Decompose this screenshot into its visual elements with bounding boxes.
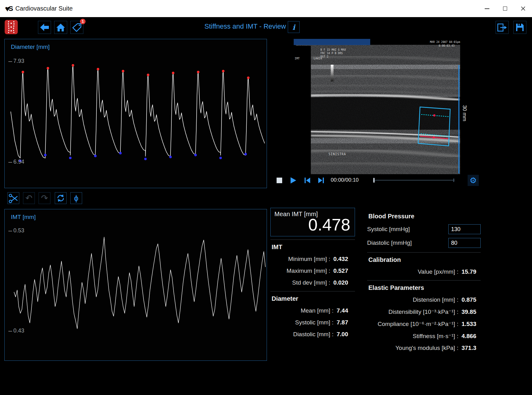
stat-label: Mean [mm] : <box>301 307 334 314</box>
diastolic-input[interactable] <box>448 238 481 248</box>
diameter-y-min-label: 6.94 <box>8 159 24 165</box>
info-icon: i <box>292 23 295 31</box>
close-button[interactable] <box>514 0 532 17</box>
playback-time: 00:00/00:10 <box>331 177 359 183</box>
seek-track[interactable] <box>373 180 455 181</box>
stat-row-compliance: Compliance [10⁻⁶·m⁻²·kPa⁻¹] : 1.533 <box>367 318 481 330</box>
diameter-plot[interactable] <box>5 39 267 188</box>
stat-label: Minimum [mm] : <box>288 256 330 263</box>
export-icon <box>497 22 507 32</box>
stat-row-imt-max: Maximum [mm] : 0.527 <box>270 265 355 277</box>
stat-row-distension: Distension [mm] : 0.875 <box>367 294 481 306</box>
maximize-icon <box>503 7 507 11</box>
cut-selection-button[interactable] <box>7 192 19 204</box>
ultrasound-video[interactable]: MAR 24 2007 04:01pm 0:00:03.43 B F 15 MH… <box>294 39 460 174</box>
blood-pressure-header: Blood Pressure <box>367 211 481 222</box>
seek-end-tick <box>453 179 454 182</box>
stats-right-column: Blood Pressure Systolic [mmHg] Diastolic… <box>367 209 481 356</box>
seek-thumb[interactable] <box>373 178 375 183</box>
stat-row-diam-mean: Mean [mm] : 7.44 <box>270 305 355 317</box>
stop-icon <box>276 177 283 184</box>
maximize-button[interactable] <box>496 0 514 17</box>
us-header-highlight <box>294 39 370 45</box>
app-window: ♥ S Cardiovascular Suite <box>0 0 532 395</box>
step-forward-icon <box>317 177 325 184</box>
undo-button[interactable]: ↶ <box>23 192 35 204</box>
app-logo-icon <box>4 20 18 35</box>
step-back-icon <box>304 177 311 184</box>
app-logo-letter: S <box>8 5 13 13</box>
stat-value: 0.527 <box>333 267 348 274</box>
playback-controls: 00:00/00:10 ⚙ <box>270 174 481 187</box>
annotation-count-badge: 1 <box>80 19 86 24</box>
step-back-button[interactable] <box>302 175 313 185</box>
elastic-parameters-section: Elastic Parameters Distension [mm] : 0.8… <box>367 280 481 356</box>
step-forward-button[interactable] <box>316 175 326 185</box>
minimize-button[interactable] <box>478 0 496 17</box>
stat-value: 39.85 <box>461 309 476 315</box>
diameter-chart-panel: Diameter [mm] 7.93 6.94 <box>4 39 267 188</box>
stat-row-imt-min: Minimum [mm] : 0.432 <box>270 253 355 265</box>
video-settings-button[interactable]: ⚙ <box>468 175 479 186</box>
undo-icon: ↶ <box>26 194 33 202</box>
stat-value: 0.432 <box>333 256 348 263</box>
stat-label: Std dev [mm] : <box>292 279 330 286</box>
mean-imt-box: Mean IMT [mm] 0.478 <box>270 208 355 236</box>
stat-value: 15.79 <box>461 268 476 275</box>
save-button[interactable] <box>513 21 526 34</box>
gear-icon: ⚙ <box>469 176 477 184</box>
refresh-icon <box>56 193 66 203</box>
stat-label: Stiffness [m·s⁻¹] : <box>413 332 459 340</box>
stat-label: Distension [mm] : <box>413 296 459 303</box>
stat-label: Maximum [mm] : <box>287 267 330 274</box>
export-report-button[interactable] <box>496 21 509 34</box>
elastic-parameters-header: Elastic Parameters <box>367 282 481 294</box>
stat-row-stiffness: Stiffness [m·s⁻¹] : 4.866 <box>367 330 481 342</box>
phase-button[interactable]: ϕ <box>70 192 82 204</box>
stop-button[interactable] <box>274 175 285 185</box>
calibration-header: Calibration <box>367 254 481 266</box>
back-button[interactable] <box>38 21 51 34</box>
mean-imt-value: 0.478 <box>308 215 350 234</box>
diameter-section-header: Diameter <box>270 293 355 305</box>
close-icon <box>521 6 525 11</box>
blood-pressure-section: Blood Pressure Systolic [mmHg] Diastolic… <box>367 209 481 252</box>
stat-label: Compliance [10⁻⁶·m⁻²·kPa⁻¹] : <box>378 320 459 328</box>
info-button[interactable]: i <box>288 21 300 33</box>
titlebar: ♥ S Cardiovascular Suite <box>0 0 532 17</box>
play-icon <box>289 177 297 184</box>
stat-row-imt-stddev: Std dev [mm] : 0.020 <box>270 277 355 289</box>
us-clock: 0:00:03.43 <box>439 44 455 47</box>
stat-label: Systolic [mm] : <box>295 319 334 326</box>
imt-stats-section: IMT Minimum [mm] : 0.432 Maximum [mm] : … <box>270 239 355 291</box>
stat-value: 4.866 <box>461 333 476 340</box>
diastolic-label: Diastolic [mmHg] <box>367 239 412 246</box>
stat-value: 1.533 <box>461 321 476 328</box>
redo-button[interactable]: ↷ <box>39 192 50 204</box>
home-button[interactable] <box>54 21 67 34</box>
redo-icon: ↷ <box>41 194 48 202</box>
recompute-button[interactable] <box>55 192 67 204</box>
imt-chart-title: IMT [mm] <box>11 214 36 221</box>
stat-value: 0.875 <box>461 296 476 303</box>
minimize-icon <box>485 8 489 9</box>
stat-row-diam-sys: Systolic [mm] : 7.87 <box>270 317 355 328</box>
us-probe-label: LA424 <box>314 57 322 60</box>
home-icon <box>56 22 66 32</box>
phi-icon: ϕ <box>74 194 78 202</box>
us-side-label: SINISTRA <box>329 152 346 156</box>
play-button[interactable] <box>288 175 298 185</box>
stat-label: Value [px/mm] : <box>418 268 459 275</box>
systolic-input[interactable] <box>448 224 481 234</box>
ultrasound-image: MAR 24 2007 04:01pm 0:00:03.43 B F 15 MH… <box>294 39 460 174</box>
annotations-button[interactable]: 1 <box>70 21 83 34</box>
stat-row-youngs-modulus: Young's modulus [kPa] : 371.3 <box>367 342 481 354</box>
scissors-icon <box>8 193 18 203</box>
seek-bar[interactable] <box>373 177 455 184</box>
imt-plot[interactable] <box>5 209 267 360</box>
diastolic-row: Diastolic [mmHg] <box>367 236 481 250</box>
stat-row-diam-dia: Diastolic [mm] : 7.00 <box>270 328 355 340</box>
stat-value: 7.87 <box>337 319 348 326</box>
stat-row-calibration: Value [px/mm] : 15.79 <box>367 266 481 278</box>
stat-value: 371.3 <box>461 345 476 351</box>
